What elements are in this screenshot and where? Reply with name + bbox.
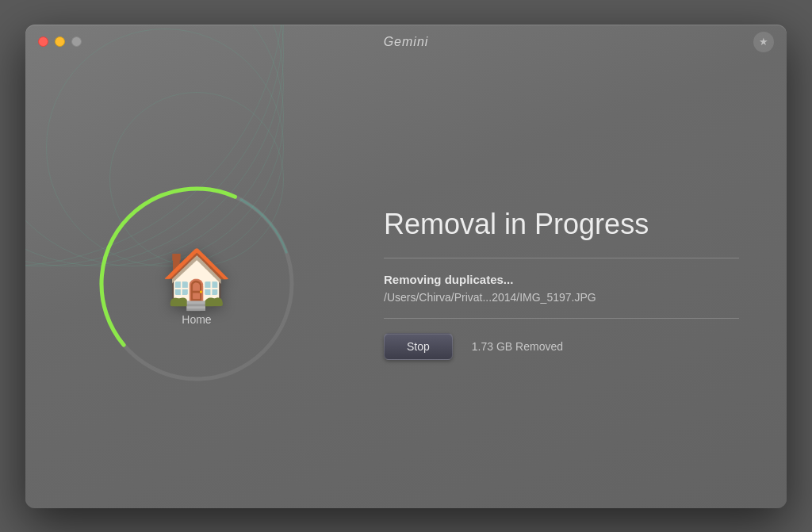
- titlebar: Gemini ★: [25, 25, 787, 59]
- minimize-button[interactable]: [55, 36, 65, 47]
- home-label: Home: [182, 312, 211, 325]
- status-label: Removing duplicates...: [384, 273, 739, 286]
- actions-row: Stop 1.73 GB Removed: [384, 333, 739, 360]
- traffic-lights: [38, 36, 82, 47]
- close-button[interactable]: [38, 36, 48, 47]
- app-title: Gemini: [384, 35, 429, 49]
- star-icon: ★: [759, 36, 768, 48]
- main-content: 🏠 Home Removal in Progress Removing dupl…: [25, 59, 787, 508]
- favorite-button[interactable]: ★: [753, 32, 774, 52]
- left-panel: 🏠 Home: [25, 173, 368, 395]
- bottom-divider: [384, 318, 739, 319]
- file-path: /Users/Chirva/Privat...2014/IMG_5197.JPG: [384, 291, 739, 304]
- home-emoji: 🏠: [161, 249, 232, 306]
- top-divider: [384, 258, 739, 258]
- home-icon-container: 🏠 Home: [161, 249, 232, 325]
- right-panel: Removal in Progress Removing duplicates.…: [368, 207, 787, 359]
- app-window: Gemini ★ 🏠 H: [25, 25, 787, 508]
- removed-text: 1.73 GB Removed: [472, 340, 563, 353]
- maximize-button[interactable]: [71, 36, 82, 47]
- page-title: Removal in Progress: [384, 207, 739, 241]
- stop-button[interactable]: Stop: [384, 333, 453, 360]
- progress-container: 🏠 Home: [86, 173, 308, 395]
